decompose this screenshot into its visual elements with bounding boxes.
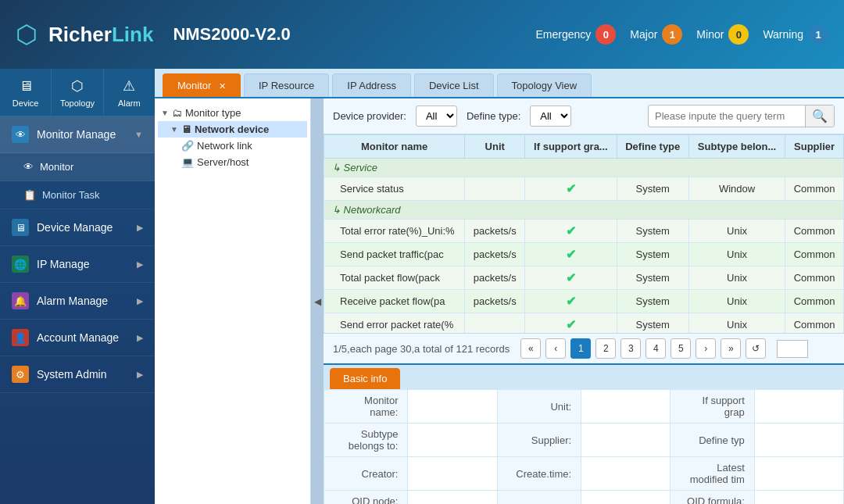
last-page-btn[interactable]: » [721,338,741,359]
empty-value [581,491,671,505]
table-row[interactable]: Send packet traffic(pac packets/s ✔ Syst… [324,243,844,266]
create-time-value [581,457,671,491]
page-btn-3[interactable]: 3 [620,338,641,359]
define-select[interactable]: All [530,105,571,127]
sidebar-item-ip-manage[interactable]: 🌐 IP Manage ▶ [0,246,155,283]
monitor-manage-icon: 👁 [12,126,29,143]
device-label: Device [13,98,39,108]
col-unit[interactable]: Unit [465,135,525,159]
next-page-btn[interactable]: › [696,338,716,359]
subtype-value [408,424,497,457]
tree-network-link[interactable]: 🔗 Network link [158,138,307,154]
tab-topology-view-label: Topology View [512,80,578,91]
cell-unit: packets/s [465,243,525,266]
collapse-handle[interactable]: ◀ [311,98,324,504]
creator-value [408,457,497,491]
search-button[interactable]: 🔍 [805,105,834,127]
unit-label: Unit: [497,390,581,424]
first-page-btn[interactable]: « [520,338,541,359]
tab-topology-view[interactable]: Topology View [497,73,592,97]
table-row[interactable]: Send error packet rate(% ✔ System Unix C… [324,313,844,334]
col-subtype[interactable]: Subtype belon... [688,135,785,159]
sidebar-top-icons: 🖥 Device ⬡ Topology ⚠ Alarm [0,69,155,116]
cell-supplier: Common [785,313,844,334]
sidebar-device-btn[interactable]: 🖥 Device [0,69,52,116]
cell-define: System [617,290,688,313]
emergency-label: Emergency [536,28,592,41]
tree-panel: ▼ 🗂 Monitor type ▼ 🖥 Network device 🔗 Ne… [155,98,311,504]
refresh-btn[interactable]: ↺ [746,338,766,359]
section-networkcard: ↳ Networkcard [324,201,844,220]
page-btn-2[interactable]: 2 [595,338,616,359]
server-host-label: Server/host [197,156,249,168]
col-monitor-name[interactable]: Monitor name [324,135,465,159]
page-jump-input[interactable] [777,340,808,358]
topology-icon: ⬡ [66,77,88,95]
create-time-label: Create.time: [497,457,581,491]
page-btn-5[interactable]: 5 [671,338,691,359]
cell-name: Send error packet rate(% [324,313,465,334]
col-define-type[interactable]: Define type [617,135,688,159]
support-graph-value [754,390,843,424]
tab-monitor-close[interactable]: ✕ [219,81,226,91]
cell-support: ✔ [525,177,617,201]
tree-root[interactable]: ▼ 🗂 Monitor type [158,105,307,121]
page-btn-4[interactable]: 4 [646,338,666,359]
cell-unit: packets/s [465,266,525,290]
account-manage-icon: 👤 [12,329,29,346]
sidebar-item-monitor[interactable]: 👁 Monitor [0,153,155,181]
tree-network-device[interactable]: ▼ 🖥 Network device [158,121,307,138]
filter-bar: Device provider: All Define type: All 🔍 [324,98,844,134]
col-supplier[interactable]: Supplier [785,135,844,159]
emergency-alert[interactable]: Emergency 0 [536,24,617,45]
monitor-icon: 👁 [23,161,34,173]
col-support-graph[interactable]: If support gra... [525,135,617,159]
page-btn-1[interactable]: 1 [570,338,591,359]
prev-page-btn[interactable]: ‹ [545,338,566,359]
cell-name: Receive packet flow(pa [324,290,465,313]
table-row[interactable]: Total error rate(%)_Uni:% packets/s ✔ Sy… [324,220,844,243]
cell-unit: packets/s [465,290,525,313]
monitor-manage-label: Monitor Manage [37,128,116,141]
tab-monitor[interactable]: Monitor ✕ [163,73,241,97]
sidebar-item-monitor-manage[interactable]: 👁 Monitor Manage ▼ [0,116,155,153]
sidebar-item-monitor-task[interactable]: 📋 Monitor Task [0,181,155,209]
table-row[interactable]: Receive packet flow(pa packets/s ✔ Syste… [324,290,844,313]
warning-alert[interactable]: Warning 1 [763,24,828,45]
sidebar-item-device-manage[interactable]: 🖥 Device Manage ▶ [0,209,155,246]
oid-formula-label: OID formula: [671,491,754,505]
cell-supplier: Common [785,290,844,313]
cell-supplier: Common [785,177,844,201]
cell-subtype: Unix [688,266,785,290]
minor-alert[interactable]: Minor 0 [696,24,749,45]
inner-layout: ▼ 🗂 Monitor type ▼ 🖥 Network device 🔗 Ne… [155,98,844,504]
cell-support: ✔ [525,266,617,290]
app-title: NMS2000-V2.0 [173,24,290,45]
cell-subtype: Window [688,177,785,201]
provider-select[interactable]: All [416,105,457,127]
sidebar-item-account-manage[interactable]: 👤 Account Manage ▶ [0,320,155,356]
table-row[interactable]: Total packet flow(pack packets/s ✔ Syste… [324,266,844,290]
tab-device-list[interactable]: Device List [414,73,494,97]
system-admin-label: System Admin [37,368,106,381]
sidebar-topology-btn[interactable]: ⬡ Topology [52,69,103,116]
tab-ip-resource[interactable]: IP Resource [244,73,329,97]
oid-node-label: OID node: [324,491,408,505]
sidebar-item-alarm-manage[interactable]: 🔔 Alarm Manage ▶ [0,283,155,320]
pagination-bar: 1/5,each page 30,a total of 121 records … [324,333,844,363]
search-input[interactable] [649,107,805,125]
major-alert[interactable]: Major 1 [630,24,682,45]
table-row[interactable]: Service status ✔ System Window Common [324,177,844,201]
network-device-label: Network device [195,123,269,135]
network-device-icon: 🖥 [181,123,191,135]
pagination-info: 1/5,each page 30,a total of 121 records [333,343,510,355]
tree-server-host[interactable]: 💻 Server/host [158,154,307,170]
cell-define: System [617,220,688,243]
topology-label: Topology [60,98,95,108]
tab-basic-info[interactable]: Basic info [330,368,400,389]
tab-ip-address[interactable]: IP Address [332,73,411,97]
sidebar-alarm-btn[interactable]: ⚠ Alarm [104,69,155,116]
sidebar-item-system-admin[interactable]: ⚙ System Admin ▶ [0,356,155,393]
cell-name: Service status [324,177,465,201]
network-link-label: Network link [197,140,252,152]
